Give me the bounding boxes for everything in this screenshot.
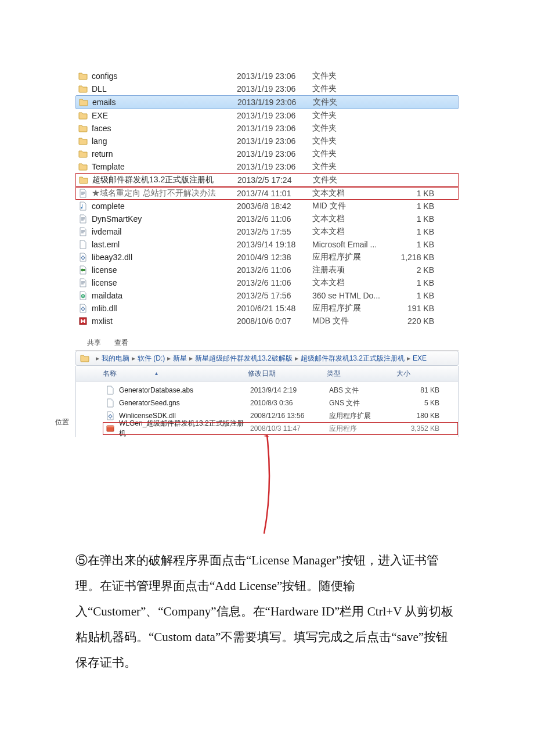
file-list-2: 位置 GeneratorDatabase.abs2013/9/14 2:19AB… <box>75 381 459 437</box>
nav-pane-label: 位置 <box>55 417 69 427</box>
file-row[interactable]: Template2013/1/19 23:06文件夹 <box>75 160 459 173</box>
file-size: 81 KB <box>399 386 439 394</box>
file-row[interactable]: mxlist2008/10/6 0:07MDB 文件220 KB <box>75 315 459 327</box>
file-type: 文件夹 <box>312 84 388 94</box>
breadcrumb-seg[interactable]: 软件 (D:) <box>138 354 165 363</box>
file-row[interactable]: WLGen_超级邮件群发机13.2正式版注册机2008/10/3 11:47应用… <box>103 422 458 435</box>
file-type: 注册表项 <box>312 265 388 275</box>
file-row[interactable]: configs2013/1/19 23:06文件夹 <box>75 70 459 82</box>
file-row[interactable]: emails2013/1/19 23:06文件夹 <box>75 95 459 109</box>
file-type: MDB 文件 <box>312 316 388 326</box>
file-row[interactable]: ivdemail2013/2/5 17:55文本文档1 KB <box>75 225 459 238</box>
file-name: faces <box>92 124 237 133</box>
header-date[interactable]: 修改日期 <box>248 369 327 379</box>
file-size: 191 KB <box>388 304 434 313</box>
file-type: 文件夹 <box>313 175 388 185</box>
folder-icon <box>78 136 88 146</box>
file-row[interactable]: return2013/1/19 23:06文件夹 <box>75 147 459 160</box>
column-headers: 名称▴ 修改日期 类型 大小 <box>75 366 459 381</box>
file-date: 2013/2/6 11:06 <box>237 214 312 224</box>
file-row[interactable]: DynSmartKey2013/2/6 11:06文本文档1 KB <box>75 213 459 225</box>
instruction-paragraph: ⑤在弹出来的破解程序界面点击“License Manager”按钮，进入证书管理… <box>75 548 459 675</box>
file-size: 1 KB <box>388 201 434 211</box>
file-row[interactable]: license2013/2/6 11:06文本文档1 KB <box>75 276 459 289</box>
file-date: 2013/9/14 2:19 <box>250 386 329 394</box>
file-date: 2008/12/16 13:56 <box>250 412 329 420</box>
file-name: emails <box>92 98 237 107</box>
reg-icon <box>78 265 88 275</box>
file-type: 应用程序扩展 <box>312 303 388 314</box>
header-type[interactable]: 类型 <box>327 369 396 379</box>
tab-view[interactable]: 查看 <box>114 339 128 347</box>
folder-icon <box>78 149 88 159</box>
file-row[interactable]: ★域名重定向 总站打不开解决办法2013/7/4 11:01文本文档1 KB <box>75 187 459 200</box>
file-date: 2010/6/21 15:48 <box>237 304 312 313</box>
tab-share[interactable]: 共享 <box>87 339 101 347</box>
file-date: 2008/10/3 11:47 <box>250 424 329 433</box>
file-name: mlib.dll <box>92 304 237 313</box>
file-type: 文本文档 <box>312 278 388 288</box>
file-name: complete <box>92 201 237 211</box>
folder-icon <box>78 161 88 172</box>
file-row[interactable]: GeneratorDatabase.abs2013/9/14 2:19ABS 文… <box>103 384 458 397</box>
file-row[interactable]: 超级邮件群发机13.2正式版注册机2013/2/5 17:24文件夹 <box>75 173 459 187</box>
file-row[interactable]: DLL2013/1/19 23:06文件夹 <box>75 82 459 95</box>
file-name: ★域名重定向 总站打不开解决办法 <box>92 188 237 199</box>
header-name[interactable]: 名称▴ <box>103 369 248 379</box>
file-type: 文件夹 <box>312 136 388 146</box>
file-row[interactable]: EXE2013/1/19 23:06文件夹 <box>75 109 459 122</box>
file-row[interactable]: last.eml2013/9/14 19:18Microsoft Email .… <box>75 238 459 251</box>
breadcrumb-seg[interactable]: 新星超级邮件群发机13.2破解版 <box>195 354 292 363</box>
text-icon <box>78 188 88 199</box>
file-date: 2013/2/5 17:55 <box>237 227 312 236</box>
file-row[interactable]: lang2013/1/19 23:06文件夹 <box>75 135 459 147</box>
file-name: EXE <box>92 111 237 120</box>
file-row[interactable]: maildata2013/2/5 17:56360 se HTML Do...1… <box>75 289 459 302</box>
file-row[interactable]: libeay32.dll2010/4/9 12:38应用程序扩展1,218 KB <box>75 251 459 264</box>
folder-icon <box>78 97 89 107</box>
file-type: 应用程序 <box>329 424 399 434</box>
file-list-2-wrap: 名称▴ 修改日期 类型 大小 位置 GeneratorDatabase.abs2… <box>75 366 459 437</box>
exe-red-icon <box>105 423 116 434</box>
annotation-arrow <box>75 437 459 536</box>
file-type: 文件夹 <box>313 97 388 107</box>
file-name: maildata <box>92 291 237 300</box>
breadcrumb-seg[interactable]: 我的电脑 <box>102 354 129 363</box>
chevron-right-icon: ▸ <box>96 354 99 362</box>
file-row[interactable]: complete2003/6/8 18:42MID 文件1 KB <box>75 200 459 213</box>
file-name: DynSmartKey <box>92 214 237 224</box>
file-name: return <box>92 149 237 159</box>
dll-icon <box>78 303 88 314</box>
breadcrumb-seg[interactable]: 新星 <box>173 354 187 363</box>
file-date: 2013/1/19 23:06 <box>237 98 313 107</box>
address-bar[interactable]: ▸ 我的电脑 ▸ 软件 (D:) ▸ 新星 ▸ 新星超级邮件群发机13.2破解版… <box>75 351 459 366</box>
file-size: 2 KB <box>388 265 434 275</box>
file-date: 2013/2/6 11:06 <box>237 265 312 275</box>
file-name: WLGen_超级邮件群发机13.2正式版注册机 <box>105 419 250 438</box>
folder-icon <box>78 175 89 185</box>
breadcrumb-seg[interactable]: 超级邮件群发机13.2正式版注册机 <box>301 354 405 363</box>
file-date: 2010/8/3 0:36 <box>250 399 329 407</box>
file-size: 1 KB <box>388 278 434 287</box>
file-date: 2013/1/19 23:06 <box>237 149 312 159</box>
file-row[interactable]: mlib.dll2010/6/21 15:48应用程序扩展191 KB <box>75 302 459 315</box>
file-date: 2013/9/14 19:18 <box>237 240 312 249</box>
file-type: 文件夹 <box>312 71 388 81</box>
file-size: 220 KB <box>388 316 434 326</box>
file-row[interactable]: GeneratorSeed.gns2010/8/3 0:36GNS 文件5 KB <box>103 397 458 409</box>
breadcrumb-seg[interactable]: EXE <box>413 354 427 362</box>
file-name: DLL <box>92 84 237 93</box>
file-row[interactable]: license2013/2/6 11:06注册表项2 KB <box>75 264 459 276</box>
file-size: 3,352 KB <box>399 424 439 433</box>
file-date: 2013/7/4 11:01 <box>237 189 312 198</box>
file-list-1: configs2013/1/19 23:06文件夹DLL2013/1/19 23… <box>75 70 459 327</box>
file-date: 2013/1/19 23:06 <box>237 84 312 93</box>
file-name: Template <box>92 162 237 171</box>
file-name: license <box>92 278 237 287</box>
file-row[interactable]: faces2013/1/19 23:06文件夹 <box>75 122 459 135</box>
chevron-right-icon: ▸ <box>407 354 410 362</box>
midi-icon <box>78 201 88 211</box>
file-type: 文件夹 <box>312 123 388 134</box>
file-type: 文本文档 <box>312 226 388 237</box>
header-size[interactable]: 大小 <box>396 369 437 379</box>
